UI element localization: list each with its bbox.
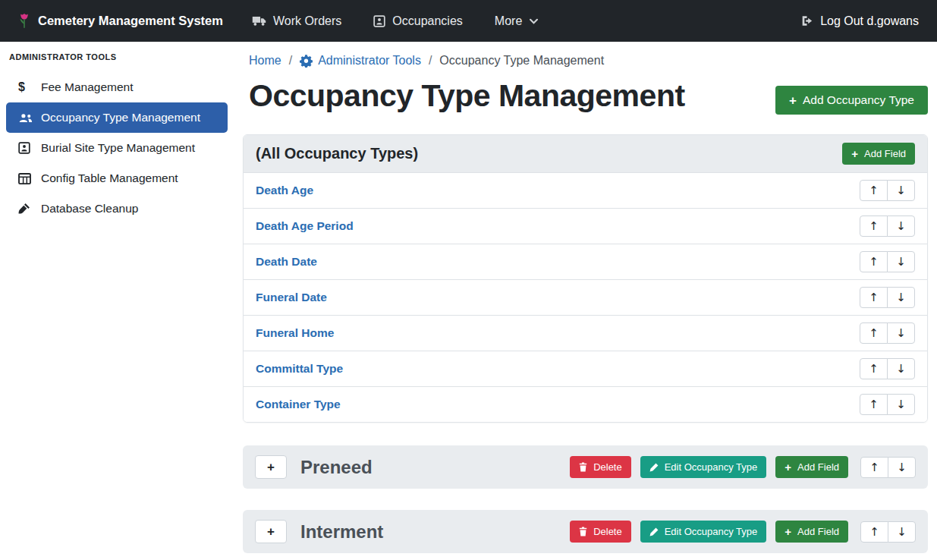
reorder-controls: ↑ ↓ [860,251,915,272]
breadcrumb: Home / Administrator Tools / Occupancy T… [243,48,928,68]
section-actions: Delete Edit Occupancy Type + Add Field ↑ [570,521,916,543]
plus-icon: + [789,94,797,107]
breadcrumb-separator: / [289,54,292,68]
field-row: Funeral Date ↑ ↓ [244,279,927,315]
sidebar-item-label: Database Cleanup [41,202,138,216]
nav-work-orders-label: Work Orders [273,14,341,28]
section-title: Interment [300,521,383,543]
nav-work-orders[interactable]: Work Orders [252,14,341,28]
delete-button[interactable]: Delete [570,521,631,543]
plus-icon: + [851,148,858,159]
section-title: Preneed [300,457,373,478]
breadcrumb-admin-tools-link[interactable]: Administrator Tools [300,54,421,68]
add-occupancy-type-button[interactable]: + Add Occupancy Type [775,86,928,115]
title-row: Occupancy Type Management + Add Occupanc… [249,78,928,115]
edit-occupancy-type-button[interactable]: Edit Occupancy Type [640,521,767,543]
add-field-label: Add Field [797,526,839,537]
field-link-funeral-home[interactable]: Funeral Home [256,326,334,340]
move-up-button[interactable]: ↑ [860,251,888,272]
plus-icon: + [785,461,791,473]
breadcrumb-current: Occupancy Type Management [439,54,604,68]
field-link-death-date[interactable]: Death Date [256,255,317,269]
delete-button[interactable]: Delete [570,456,631,478]
nav-more-label: More [495,14,522,28]
field-link-death-age-period[interactable]: Death Age Period [256,219,354,233]
flower-logo-icon [18,12,30,30]
logout-icon [800,15,813,27]
burial-site-icon [18,142,41,154]
move-down-button[interactable]: ↓ [887,251,915,272]
move-up-button[interactable]: ↑ [860,394,888,415]
nav-links: Work Orders Occupancies More [252,14,539,28]
sidebar-item-config-table-management[interactable]: Config Table Management [6,163,228,193]
occupancy-type-section-interment: + Interment Delete [243,510,928,553]
top-navbar: Cemetery Management System Work Orders O… [0,0,937,42]
move-up-button[interactable]: ↑ [860,521,888,543]
delete-label: Delete [593,526,622,537]
move-down-button[interactable]: ↓ [887,216,915,237]
field-link-committal-type[interactable]: Committal Type [256,362,343,376]
gear-icon [300,55,313,68]
nav-occupancies[interactable]: Occupancies [373,14,463,28]
table-icon [18,173,41,184]
plus-icon: + [785,526,791,537]
app-title: Cemetery Management System [38,14,223,28]
logout-button[interactable]: Log Out d.gowans [800,14,919,28]
field-row: Committal Type ↑ ↓ [244,351,927,386]
field-row: Death Age ↑ ↓ [244,172,927,208]
move-up-button[interactable]: ↑ [860,322,888,344]
move-down-button[interactable]: ↓ [887,358,915,379]
logout-label: Log Out d.gowans [820,14,919,28]
sidebar-heading: Administrator Tools [0,52,234,61]
move-up-button[interactable]: ↑ [860,358,888,379]
pencil-icon [649,463,659,472]
reorder-controls: ↑ ↓ [860,394,915,415]
breadcrumb-admin-tools-label: Administrator Tools [318,54,421,68]
add-field-button[interactable]: + Add Field [775,521,848,543]
breadcrumb-separator: / [429,54,432,68]
trash-icon [579,527,587,536]
sidebar-item-fee-management[interactable]: $ Fee Management [6,72,228,102]
card-title: (All Occupancy Types) [256,145,418,162]
move-down-button[interactable]: ↓ [888,521,916,543]
move-down-button[interactable]: ↓ [887,180,915,201]
add-field-label: Add Field [797,461,839,473]
sidebar-item-label: Occupancy Type Management [41,111,200,124]
sidebar-item-burial-site-type-management[interactable]: Burial Site Type Management [6,133,228,163]
sidebar-item-label: Config Table Management [41,171,178,185]
edit-occupancy-type-label: Edit Occupancy Type [665,461,758,473]
move-down-button[interactable]: ↓ [887,322,915,344]
move-down-button[interactable]: ↓ [888,457,916,478]
nav-more[interactable]: More [495,14,539,28]
add-field-button[interactable]: + Add Field [775,456,848,478]
truck-icon [252,15,266,27]
sidebar-item-label: Burial Site Type Management [41,141,195,155]
edit-occupancy-type-button[interactable]: Edit Occupancy Type [640,456,767,478]
field-link-container-type[interactable]: Container Type [256,398,341,411]
expand-section-button[interactable]: + [255,455,287,479]
pencil-icon [649,527,659,536]
expand-section-button[interactable]: + [255,520,287,543]
move-down-button[interactable]: ↓ [887,287,915,308]
move-up-button[interactable]: ↑ [860,216,888,237]
sidebar-item-label: Fee Management [41,80,134,94]
page-title: Occupancy Type Management [249,78,685,114]
chevron-down-icon [529,18,539,24]
field-row: Container Type ↑ ↓ [244,386,927,422]
nav-occupancies-label: Occupancies [392,14,463,28]
sidebar-item-database-cleanup[interactable]: Database Cleanup [6,193,228,224]
add-field-button[interactable]: + Add Field [842,143,915,165]
move-up-button[interactable]: ↑ [860,287,888,308]
sidebar: Administrator Tools $ Fee Management Occ… [0,42,234,560]
app-brand[interactable]: Cemetery Management System [18,12,223,30]
field-link-death-age[interactable]: Death Age [256,184,313,197]
reorder-controls: ↑ ↓ [860,521,916,543]
breadcrumb-home-link[interactable]: Home [249,54,281,68]
field-link-funeral-date[interactable]: Funeral Date [256,291,327,304]
move-up-button[interactable]: ↑ [860,457,888,478]
move-down-button[interactable]: ↓ [887,394,915,415]
field-row: Funeral Home ↑ ↓ [244,315,927,351]
sidebar-item-occupancy-type-management[interactable]: Occupancy Type Management [6,102,228,133]
move-up-button[interactable]: ↑ [860,180,888,201]
users-icon [18,112,41,124]
